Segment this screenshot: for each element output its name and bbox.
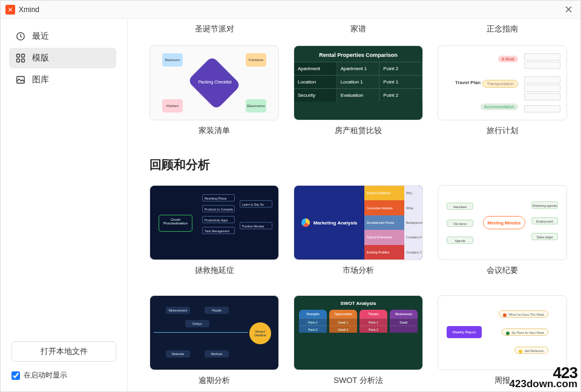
template-thumbnail: Meeting Minutes Attendees Old Items Agen… [438,185,567,260]
template-thumbnail: Weekly Report What I've Done This Week M… [438,295,567,370]
template-caption: SWOT 分析法 [294,375,423,386]
sidebar-item-label: 模版 [32,53,49,64]
library-icon [15,74,26,85]
template-card-travel[interactable]: Travel Plan A Must Transportation Accomm… [438,45,567,148]
template-thumbnail: Missed Deadline Measurement People Mater… [149,295,279,370]
template-caption: 拯救拖延症 [149,265,279,276]
template-caption: 家装清单 [149,125,279,136]
templates-main: 圣诞节派对 家谱 正念指南 Bedroom Furniture Kitchen … [128,19,580,391]
sidebar: 最近 模版 图库 打开本地文件 [1,19,128,391]
template-thumbnail: Rental Properties Comparison ApartmentAp… [294,45,423,120]
template-thumbnail: Travel Plan A Must Transportation Accomm… [438,45,567,120]
clock-icon [15,31,26,42]
template-card-procrastination[interactable]: Crush Procrastination Rewriting Phase Pr… [149,185,279,288]
template-caption: 旅行计划 [438,125,567,136]
template-card-meeting[interactable]: Meeting Minutes Attendees Old Items Agen… [438,185,567,288]
template-caption: 圣诞节派对 [149,24,279,34]
template-thumbnail: SWOT Analysis StrengthsPoint 1Point 2 Op… [294,295,423,370]
template-thumbnail: Bedroom Furniture Kitchen Electronics [149,45,279,120]
template-thumbnail: Marketing Analysis Product DefinitionWhy… [294,185,423,260]
template-caption: 周报 [438,375,567,386]
show-on-startup-checkbox[interactable] [11,371,20,380]
svg-rect-4 [22,59,25,62]
sidebar-item-recent[interactable]: 最近 [9,26,116,47]
template-card-swot[interactable]: SWOT Analysis StrengthsPoint 1Point 2 Op… [294,295,423,391]
show-on-startup[interactable]: 在启动时显示 [11,370,116,384]
section-title-review: 回顾和分析 [149,157,568,173]
template-caption: 逾期分析 [149,375,279,386]
open-local-button[interactable]: 打开本地文件 [11,341,116,362]
template-caption: 市场分析 [294,265,423,276]
close-button[interactable] [561,2,576,17]
template-card-weekly[interactable]: Weekly Report What I've Done This Week M… [438,295,567,391]
sidebar-item-library[interactable]: 图库 [9,70,116,90]
templates-icon [15,53,26,64]
app-logo-icon [5,5,15,15]
template-caption: 家谱 [294,24,423,34]
sidebar-item-templates[interactable]: 模版 [9,48,116,68]
template-caption: 房产租赁比较 [294,125,423,136]
svg-rect-2 [22,54,25,57]
template-card-rental[interactable]: Rental Properties Comparison ApartmentAp… [294,45,423,148]
template-caption: 正念指南 [438,24,567,34]
template-caption: 会议纪要 [438,265,567,276]
sidebar-item-label: 图库 [32,74,49,85]
svg-rect-3 [17,59,20,62]
template-card-packing[interactable]: Bedroom Furniture Kitchen Electronics 家装… [149,45,279,148]
app-title: Xmind [19,5,39,14]
svg-rect-1 [17,54,20,57]
titlebar: Xmind [1,1,580,19]
template-card-market[interactable]: Marketing Analysis Product DefinitionWhy… [294,185,423,288]
template-card-deadline[interactable]: Missed Deadline Measurement People Mater… [149,295,279,391]
template-thumbnail: Crush Procrastination Rewriting Phase Pr… [149,185,279,260]
show-on-startup-label: 在启动时显示 [24,370,67,381]
sidebar-item-label: 最近 [32,31,49,42]
